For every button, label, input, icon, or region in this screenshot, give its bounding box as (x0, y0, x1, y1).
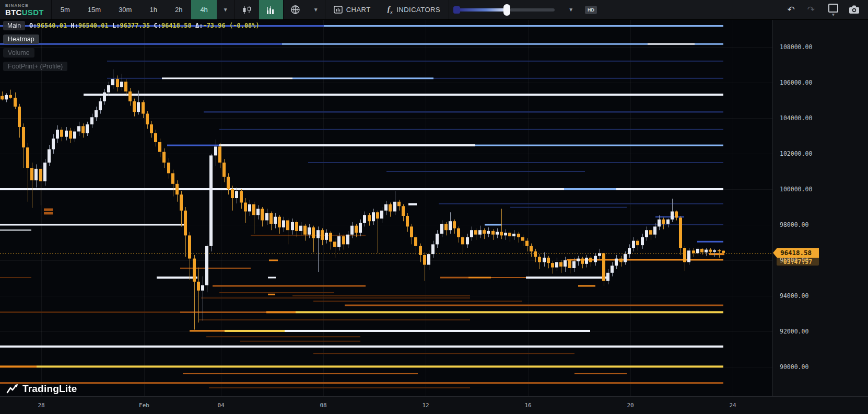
hd-toggle-button[interactable]: HD (585, 6, 597, 14)
indicators-button[interactable]: fx INDICATORS (379, 0, 449, 19)
fullscreen-button[interactable]: ▼ (821, 4, 846, 16)
heatmap-intensity-slider[interactable] (449, 0, 562, 19)
slider-chevron-down-icon[interactable]: ▼ (562, 0, 580, 19)
slider-handle[interactable] (503, 4, 510, 16)
fullscreen-icon (828, 4, 838, 13)
top-toolbar: BINANCE BTCUSDT 5m15m30m1h2h4h ▼ ▼ (0, 0, 868, 20)
chart-button-label: CHART (346, 6, 371, 14)
tradinglite-watermark: TradingLite (6, 383, 77, 395)
chart-layout-button[interactable]: CHART (325, 0, 379, 19)
layer-footprint-toggle[interactable]: FootPrint+ (Profile) (3, 62, 67, 71)
symbol-selector[interactable]: BINANCE BTCUSDT (0, 0, 51, 19)
candlestick-icon (242, 5, 252, 15)
low-label: L: (112, 22, 120, 29)
chart-legend: Main O:96540.01 H:96540.01 L:96377.35 C:… (3, 21, 260, 71)
chart-style-heatmap-button[interactable] (259, 0, 283, 19)
toolbar-spacer (602, 0, 781, 19)
price-tick-label: 108000.00 (780, 43, 812, 51)
time-tick-label: 20 (627, 402, 634, 409)
timeframe-1h[interactable]: 1h (140, 0, 166, 19)
time-tick-label: 28 (38, 402, 44, 409)
price-tick-label: 90000.00 (780, 363, 808, 371)
screenshot-button[interactable] (846, 5, 868, 14)
undo-button[interactable]: ↶ (781, 4, 801, 15)
candle-countdown: 03:47:57 (777, 258, 819, 266)
timeframe-group: 5m15m30m1h2h4h (52, 0, 217, 19)
time-tick-label: 12 (422, 402, 429, 409)
high-value: 96540.01 (78, 22, 109, 29)
delta-label: Δ: (195, 22, 203, 29)
candles-volume-icon (266, 5, 276, 15)
layer-heatmap-toggle[interactable]: Heatmap (3, 34, 39, 44)
indicators-button-label: INDICATORS (396, 6, 440, 14)
web-settings-button[interactable] (284, 0, 307, 19)
time-tick-label: 16 (524, 402, 531, 409)
time-tick-label: 24 (729, 402, 736, 409)
last-price-label: 96418.58 (773, 248, 819, 258)
low-value: 96377.35 (120, 22, 150, 29)
timeframe-30m[interactable]: 30m (110, 0, 140, 19)
timeframe-2h[interactable]: 2h (166, 0, 191, 19)
chart-grid-icon (334, 6, 343, 14)
main-pane-chip[interactable]: Main (3, 21, 25, 30)
slider-gradient (458, 8, 510, 12)
timeframe-5m[interactable]: 5m (52, 0, 79, 19)
timeframe-chevron-down-icon[interactable]: ▼ (217, 0, 234, 19)
price-tick-label: 92000.00 (780, 328, 808, 335)
timeframe-15m[interactable]: 15m (79, 0, 110, 19)
symbol-quote: USDT (22, 8, 44, 17)
open-value: 96540.01 (37, 22, 67, 29)
timeframe-4h[interactable]: 4h (191, 0, 216, 19)
price-tick-label: 106000.00 (780, 79, 812, 86)
chart-style-candles-button[interactable] (235, 0, 259, 19)
ohlc-readout: O:96540.01 H:96540.01 L:96377.35 C:96418… (29, 22, 260, 29)
redo-button[interactable]: ↷ (801, 4, 821, 15)
watermark-text: TradingLite (22, 383, 77, 395)
time-axis[interactable]: 28Feb040812162024 (0, 396, 868, 414)
slider-track-rest (510, 8, 555, 12)
time-tick-label: 08 (320, 402, 326, 409)
time-tick-label: 04 (217, 402, 224, 409)
time-tick-label: Feb (139, 402, 149, 409)
high-label: H: (71, 22, 78, 29)
globe-icon (290, 5, 300, 15)
tradinglite-logo-icon (6, 383, 19, 395)
slider-min-handle[interactable] (453, 6, 460, 14)
undo-icon: ↶ (788, 5, 795, 15)
camera-icon (849, 5, 860, 14)
exchange-label: BINANCE (5, 3, 44, 8)
delta-value: -73.96 (-0.08%) (203, 22, 259, 29)
redo-icon: ↷ (807, 5, 815, 15)
price-tick-label: 94000.00 (780, 292, 808, 300)
symbol-label: BTCUSDT (5, 8, 44, 17)
price-tick-label: 100000.00 (780, 186, 812, 193)
price-tick-label: 98000.00 (780, 221, 808, 228)
slider-track[interactable] (453, 4, 558, 16)
open-label: O: (29, 22, 37, 29)
close-label: C: (154, 22, 161, 29)
close-value: 96418.58 (161, 22, 192, 29)
layer-volume-toggle[interactable]: Volume (3, 48, 34, 58)
symbol-base: BTC (5, 8, 22, 17)
style-chevron-down-icon[interactable]: ▼ (307, 0, 325, 19)
price-axis[interactable]: 108000.00106000.00104000.00102000.001000… (772, 19, 868, 396)
fullscreen-chevron-icon: ▼ (831, 14, 836, 16)
price-tick-label: 102000.00 (780, 150, 812, 157)
fx-icon: fx (388, 5, 393, 15)
price-tick-label: 104000.00 (780, 114, 812, 122)
price-chart[interactable] (0, 19, 772, 396)
